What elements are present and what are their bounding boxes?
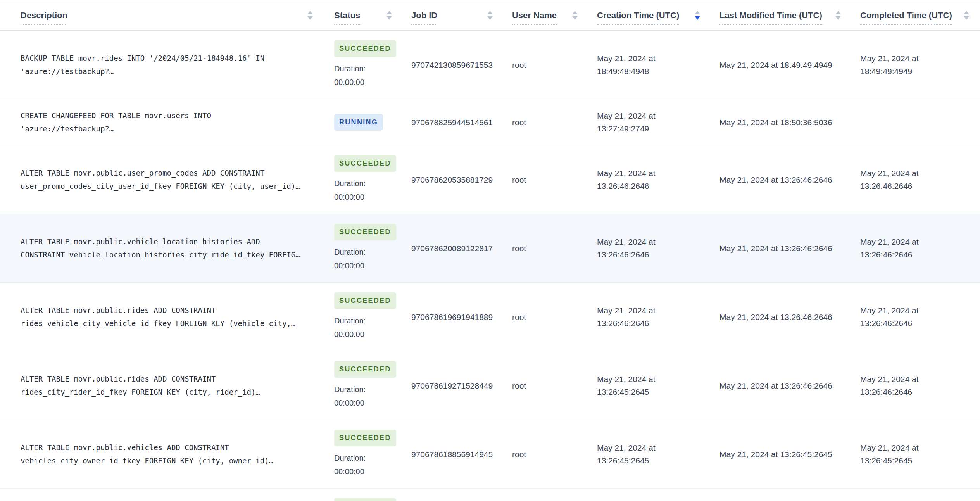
user-name: root	[512, 244, 526, 253]
duration-label: Duration:	[334, 316, 366, 325]
jobs-table: Description Status Job ID User Name	[0, 0, 980, 501]
job-id: 970678619691941889	[411, 313, 493, 321]
last-modified-time: May 21, 2024 at 13:26:45:2645	[719, 450, 832, 459]
duration-value: 00:00:00	[334, 261, 364, 270]
table-row: ALTER TABLE movr.public.user_promo_codes…	[0, 145, 980, 214]
user-name: root	[512, 175, 526, 184]
job-description[interactable]: ALTER TABLE movr.public.vehicle_location…	[21, 235, 304, 261]
column-header-completed-time[interactable]: Completed Time (UTC)	[860, 10, 952, 25]
jobs-table-body: BACKUP TABLE movr.rides INTO '/2024/05/2…	[0, 31, 980, 501]
job-id: 970678620535881729	[411, 175, 493, 184]
completed-time: May 21, 2024 at 13:26:46:2646	[860, 306, 919, 328]
user-name: root	[512, 381, 526, 390]
user-name: root	[512, 313, 526, 321]
completed-time: May 21, 2024 at 13:26:46:2646	[860, 169, 919, 190]
sort-icon-last-modified-time[interactable]	[835, 11, 841, 20]
sort-icon-status[interactable]	[386, 11, 392, 20]
status-badge: SUCCEEDED	[334, 155, 396, 172]
last-modified-time: May 21, 2024 at 18:49:49:4949	[719, 60, 832, 69]
last-modified-time: May 21, 2024 at 13:26:46:2646	[719, 381, 832, 390]
last-modified-time: May 21, 2024 at 13:26:46:2646	[719, 313, 832, 321]
job-description[interactable]: CREATE CHANGEFEED FOR TABLE movr.users I…	[21, 109, 304, 135]
table-row: ALTER TABLE movr.public.rides ADD CONSTR…	[0, 283, 980, 351]
creation-time: May 21, 2024 at 13:27:49:2749	[597, 111, 656, 133]
job-id: 970678620089122817	[411, 244, 493, 253]
last-modified-time: May 21, 2024 at 18:50:36:5036	[719, 118, 832, 127]
status-badge: SUCCEEDED	[334, 361, 396, 378]
column-header-last-modified-time[interactable]: Last Modified Time (UTC)	[719, 10, 822, 25]
job-description[interactable]: BACKUP TABLE movr.rides INTO '/2024/05/2…	[21, 52, 304, 78]
status-badge: SUCCEEDED	[334, 430, 396, 446]
duration-value: 00:00:00	[334, 399, 364, 407]
job-description[interactable]: ALTER TABLE movr.public.rides ADD CONSTR…	[21, 372, 304, 399]
status-badge: RUNNING	[334, 114, 383, 131]
job-duration: Duration: 00:00:00	[334, 177, 392, 204]
table-row: ALTER TABLE movr.public.rides ADD CONSTR…	[0, 351, 980, 420]
table-row: ALTER TABLE movr.public.vehicles ADD CON…	[0, 420, 980, 489]
status-badge: SUCCEEDED	[334, 498, 396, 501]
table-row: CREATE CHANGEFEED FOR TABLE movr.users I…	[0, 99, 980, 145]
completed-time: May 21, 2024 at 13:26:45:2645	[860, 443, 919, 465]
last-modified-time: May 21, 2024 at 13:26:46:2646	[719, 175, 832, 184]
creation-time: May 21, 2024 at 13:26:46:2646	[597, 237, 656, 259]
job-id: 970678618856914945	[411, 450, 493, 459]
job-duration: Duration: 00:00:00	[334, 451, 392, 479]
duration-label: Duration:	[334, 385, 366, 394]
job-duration: Duration: 00:00:00	[334, 62, 392, 89]
creation-time: May 21, 2024 at 13:26:45:2645	[597, 375, 656, 396]
sort-icon-description[interactable]	[307, 11, 313, 20]
completed-time: May 21, 2024 at 18:49:49:4949	[860, 54, 919, 76]
job-duration: Duration: 00:00:00	[334, 314, 392, 341]
job-id: 970742130859671553	[411, 60, 493, 69]
sort-icon-job-id[interactable]	[487, 11, 493, 20]
creation-time: May 21, 2024 at 13:26:46:2646	[597, 169, 656, 190]
table-row: BACKUP TABLE movr.rides INTO '/2024/05/2…	[0, 31, 980, 99]
table-row: ALTER TABLE movr.public.vehicle_location…	[0, 214, 980, 283]
column-header-creation-time[interactable]: Creation Time (UTC)	[597, 10, 679, 25]
table-row: IMPORT INTO movr.public.rides CSV DATA (…	[0, 489, 980, 501]
duration-value: 00:00:00	[334, 330, 364, 339]
job-duration: Duration: 00:00:00	[334, 245, 392, 273]
duration-value: 00:00:00	[334, 467, 364, 476]
duration-label: Duration:	[334, 64, 366, 73]
status-badge: SUCCEEDED	[334, 224, 396, 240]
duration-label: Duration:	[334, 454, 366, 462]
status-badge: SUCCEEDED	[334, 40, 396, 57]
column-header-job-id[interactable]: Job ID	[411, 10, 437, 25]
duration-value: 00:00:00	[334, 193, 364, 201]
column-header-user-name[interactable]: User Name	[512, 10, 557, 25]
duration-label: Duration:	[334, 179, 366, 188]
job-id: 970678825944514561	[411, 118, 493, 127]
sort-icon-creation-time[interactable]	[695, 11, 700, 20]
duration-label: Duration:	[334, 248, 366, 256]
job-description[interactable]: ALTER TABLE movr.public.vehicles ADD CON…	[21, 441, 304, 467]
creation-time: May 21, 2024 at 13:26:46:2646	[597, 306, 656, 328]
sort-icon-user-name[interactable]	[572, 11, 578, 20]
column-header-status[interactable]: Status	[334, 10, 360, 25]
job-description[interactable]: ALTER TABLE movr.public.user_promo_codes…	[21, 166, 304, 193]
completed-time: May 21, 2024 at 13:26:46:2646	[860, 237, 919, 259]
user-name: root	[512, 118, 526, 127]
jobs-table-header: Description Status Job ID User Name	[0, 0, 980, 31]
sort-icon-completed-time[interactable]	[964, 11, 969, 20]
column-header-description[interactable]: Description	[21, 10, 67, 25]
duration-value: 00:00:00	[334, 78, 364, 86]
job-description[interactable]: ALTER TABLE movr.public.rides ADD CONSTR…	[21, 304, 304, 330]
user-name: root	[512, 60, 526, 69]
status-badge: SUCCEEDED	[334, 292, 396, 309]
creation-time: May 21, 2024 at 13:26:45:2645	[597, 443, 656, 465]
job-id: 970678619271528449	[411, 381, 493, 390]
user-name: root	[512, 450, 526, 459]
completed-time: May 21, 2024 at 13:26:46:2646	[860, 375, 919, 396]
last-modified-time: May 21, 2024 at 13:26:46:2646	[719, 244, 832, 253]
job-duration: Duration: 00:00:00	[334, 383, 392, 410]
creation-time: May 21, 2024 at 18:49:48:4948	[597, 54, 656, 76]
